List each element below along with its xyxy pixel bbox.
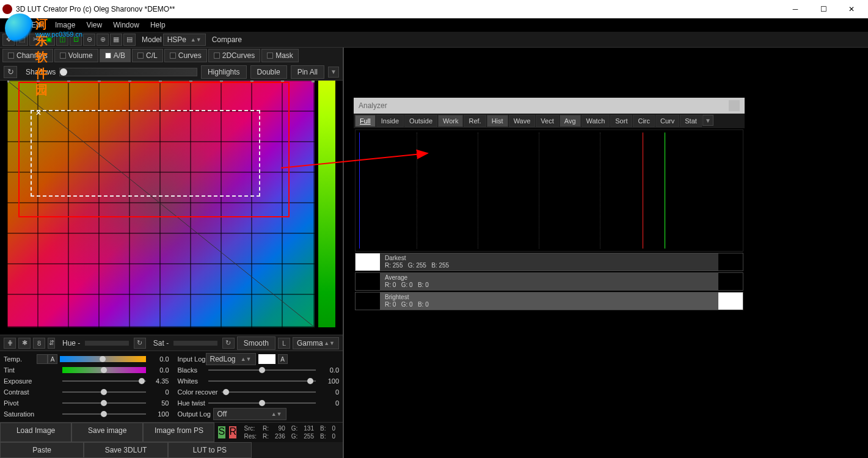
atab-curv[interactable]: Curv xyxy=(655,115,679,127)
analyzer-dropdown-icon[interactable]: ▼ xyxy=(702,115,713,126)
smooth-button[interactable]: Smooth xyxy=(237,336,275,350)
grid-icon[interactable]: ⋕ xyxy=(4,338,16,349)
tool-grid2-icon[interactable]: ▤ xyxy=(123,34,136,46)
paste-button[interactable]: Paste xyxy=(0,442,84,458)
titlebar: 3D LUT Creator Pro (c) Oleg Sharonov *DE… xyxy=(0,0,868,18)
saturation-slider[interactable] xyxy=(62,411,146,417)
temp-a-button[interactable]: A xyxy=(48,354,57,364)
tab-mask[interactable]: Mask xyxy=(261,49,299,62)
arrows-icon[interactable]: ⇵ xyxy=(48,338,55,349)
color-recover-slider[interactable] xyxy=(222,389,316,395)
subtabs: Channels Volume A/B C/L Curves 2DCurves … xyxy=(0,48,343,64)
app-icon xyxy=(2,4,12,14)
menu-view[interactable]: View xyxy=(81,20,107,31)
tool-move-icon[interactable]: ✥ xyxy=(2,34,15,46)
output-log-select[interactable]: Off▲▼ xyxy=(213,408,286,420)
atab-outside[interactable]: Outside xyxy=(404,115,437,127)
tool-green2-icon[interactable]: ◫ xyxy=(56,34,68,46)
darkest-readout: Darkest R: 255 G: 255 B: 255 xyxy=(355,253,743,271)
hue-twist-label: Hue twist xyxy=(174,399,206,407)
tab-ab[interactable]: A/B xyxy=(100,49,131,62)
atab-wave[interactable]: Wave xyxy=(509,115,536,127)
atab-circ[interactable]: Circ xyxy=(633,115,655,127)
histogram-area[interactable] xyxy=(355,129,743,252)
tool-green3-icon[interactable]: ⊡ xyxy=(70,34,82,46)
hue-reset-icon[interactable]: ↻ xyxy=(134,338,146,349)
tool-grid1-icon[interactable]: ▦ xyxy=(110,34,122,46)
hue-strip[interactable] xyxy=(318,81,335,327)
tool-zoomout-icon[interactable]: ⊖ xyxy=(83,34,95,46)
tab-channels[interactable]: Channels xyxy=(2,49,53,62)
menu-window[interactable]: Window xyxy=(108,20,144,31)
input-log-select[interactable]: RedLog▲▼ xyxy=(206,353,256,365)
right-panel: Analyzer Full Inside Outside Work Ref. H… xyxy=(344,48,868,458)
input-log-a-button[interactable]: A xyxy=(278,354,288,364)
atab-vect[interactable]: Vect xyxy=(536,115,558,127)
model-select[interactable]: HSPe▲▼ xyxy=(163,34,206,46)
tint-slider[interactable] xyxy=(62,367,146,373)
l-button[interactable]: L xyxy=(278,338,290,349)
sat-reset-icon[interactable]: ↻ xyxy=(222,338,235,349)
contrast-slider[interactable] xyxy=(62,389,146,395)
eyedropper-icon[interactable] xyxy=(37,354,48,364)
hue-twist-slider[interactable] xyxy=(208,400,316,406)
atab-stat[interactable]: Stat xyxy=(680,115,702,127)
atab-sort[interactable]: Sort xyxy=(610,115,632,127)
exposure-slider[interactable] xyxy=(62,378,146,384)
average-readout: Average R: 0 G: 0 B: 0 xyxy=(355,272,743,291)
white-swatch[interactable] xyxy=(258,354,275,364)
atab-watch[interactable]: Watch xyxy=(582,115,610,127)
menu-file[interactable]: File xyxy=(4,20,25,31)
tab-2dcurves[interactable]: 2DCurves xyxy=(208,49,260,62)
highlights-button[interactable]: Highlights xyxy=(201,65,247,79)
blacks-label: Blacks xyxy=(174,366,206,374)
tab-cl[interactable]: C/L xyxy=(132,49,163,62)
brightest-readout: Brightest R: 0 G: 0 B: 0 xyxy=(355,292,743,310)
menu-image[interactable]: Image xyxy=(50,20,80,31)
menu-edit[interactable]: Edit xyxy=(26,20,49,31)
sat-slider[interactable] xyxy=(173,341,217,346)
temp-label: Temp. xyxy=(4,355,37,363)
tool-crop-icon[interactable]: ✂ xyxy=(29,34,42,46)
hue-slider[interactable] xyxy=(85,341,128,346)
analyzer-title[interactable]: Analyzer xyxy=(354,98,745,114)
reset-shadows-icon[interactable]: ↻ xyxy=(4,66,17,78)
blacks-slider[interactable] xyxy=(208,367,316,373)
load-image-button[interactable]: Load Image xyxy=(0,423,71,442)
image-from-ps-button[interactable]: Image from PS xyxy=(143,423,214,442)
red-line xyxy=(643,133,643,249)
whites-slider[interactable] xyxy=(208,378,316,384)
lut-to-ps-button[interactable]: LUT to PS xyxy=(168,442,252,458)
tool-marquee-icon[interactable]: ⬚ xyxy=(16,34,28,46)
color-grid-area: ✕ xyxy=(0,81,343,335)
shadows-slider[interactable] xyxy=(59,68,197,76)
atab-hist[interactable]: Hist xyxy=(487,115,508,127)
tool-zoomin-icon[interactable]: ⊕ xyxy=(97,34,109,46)
pinall-button[interactable]: Pin All xyxy=(291,65,324,79)
minimize-button[interactable]: ─ xyxy=(781,0,809,18)
toolbar: ✥ ⬚ ✂ ▣ ◫ ⊡ ⊖ ⊕ ▦ ▤ Model HSPe▲▼ Compare xyxy=(0,32,868,48)
tool-green-icon[interactable]: ▣ xyxy=(43,34,55,46)
compare-label[interactable]: Compare xyxy=(212,35,242,44)
atab-avg[interactable]: Avg xyxy=(560,115,581,127)
maximize-button[interactable]: ☐ xyxy=(809,0,837,18)
wheel-icon[interactable]: ✱ xyxy=(18,338,31,349)
menu-help[interactable]: Help xyxy=(145,20,170,31)
atab-work[interactable]: Work xyxy=(438,115,463,127)
grid-size[interactable]: 8 xyxy=(33,338,45,349)
gamma-select[interactable]: Gamma▲▼ xyxy=(293,337,339,349)
atab-full[interactable]: Full xyxy=(355,115,376,127)
atab-ref[interactable]: Ref. xyxy=(464,115,486,127)
analyzer-close-icon[interactable] xyxy=(729,100,740,111)
temp-slider[interactable] xyxy=(60,356,146,362)
atab-inside[interactable]: Inside xyxy=(376,115,404,127)
dropdown-icon[interactable]: ▼ xyxy=(328,67,339,78)
tab-volume[interactable]: Volume xyxy=(54,49,98,62)
color-grid[interactable]: ✕ xyxy=(7,81,315,327)
double-button[interactable]: Double xyxy=(250,65,287,79)
pivot-slider[interactable] xyxy=(62,400,146,406)
tab-curves[interactable]: Curves xyxy=(164,49,207,62)
save-3dlut-button[interactable]: Save 3DLUT xyxy=(84,442,167,458)
close-button[interactable]: ✕ xyxy=(837,0,866,18)
save-image-button[interactable]: Save image xyxy=(71,423,143,442)
